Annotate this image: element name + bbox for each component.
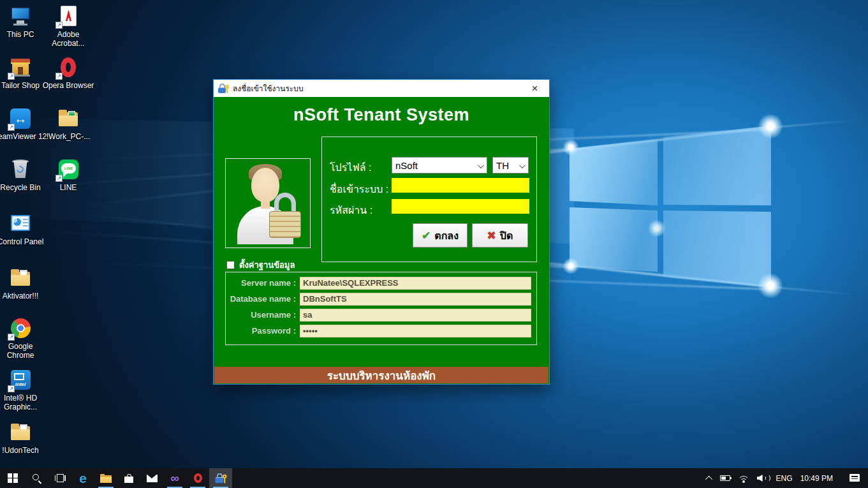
avatar-head <box>251 168 279 202</box>
clock[interactable]: 10:49 PM <box>800 474 833 483</box>
database-name-input[interactable] <box>300 293 531 306</box>
wallpaper-sparkle <box>758 273 783 299</box>
lock-key-icon <box>218 84 229 94</box>
checkmark-icon: ✔ <box>422 229 430 242</box>
search-icon <box>32 473 42 484</box>
desktop-icon-recycle-bin[interactable]: Recycle Bin <box>0 158 47 192</box>
edge-icon: e <box>79 471 87 485</box>
desktop-icon-label: Aktivator!!! <box>0 292 47 300</box>
lock-key-icon <box>215 473 226 484</box>
desktop-icon-intel-hd[interactable]: intel↗ Intel® HD Graphic... <box>0 369 47 411</box>
desktop-icon-control-panel[interactable]: Control Panel <box>0 212 47 246</box>
profile-selected-value: nSoft <box>395 160 418 171</box>
windows-logo <box>570 124 771 291</box>
desktop-icon-line[interactable]: LINE↗ LINE <box>41 158 95 192</box>
speaker-icon[interactable] <box>757 474 769 482</box>
tailor-shop-icon: ↗ <box>8 56 33 79</box>
desktop-icon-work-pc[interactable]: !Work_PC-... <box>41 107 95 141</box>
desktop-icon-tailor-shop[interactable]: ↗ Tailor Shop <box>0 56 47 90</box>
ok-button[interactable]: ✔ ตกลง <box>413 223 467 248</box>
password-label: รหัสผ่าน : <box>330 202 372 218</box>
profile-select[interactable]: nSoft <box>392 157 487 174</box>
wifi-icon[interactable] <box>738 474 749 482</box>
control-panel-icon <box>8 212 33 235</box>
db-password-label: Password : <box>226 326 300 336</box>
desktop-icon-label: Control Panel <box>0 237 47 246</box>
search-button[interactable] <box>26 468 48 488</box>
file-explorer-icon <box>100 474 112 483</box>
battery-icon[interactable] <box>720 475 730 481</box>
server-name-input[interactable] <box>300 277 531 290</box>
intel-hd-icon: intel↗ <box>8 369 33 392</box>
desktop-icon-label: Adobe Acrobat... <box>41 30 95 48</box>
login-name-label: ชื่อเข้าระบบ : <box>330 181 388 197</box>
close-app-button[interactable]: ✖ ปิด <box>472 223 528 248</box>
desktop-icon-teamviewer[interactable]: ↔↗ TeamViewer 12 <box>0 107 47 141</box>
ok-button-label: ตกลง <box>434 228 459 244</box>
desktop-icon-label: Opera Browser <box>41 81 95 90</box>
opera-icon <box>194 473 202 483</box>
taskbar-visual-studio[interactable]: ∞ <box>163 468 186 488</box>
profile-label: โปรไฟล์ : <box>330 159 371 175</box>
language-indicator[interactable]: ENG <box>776 474 793 483</box>
wallpaper-beam <box>771 286 868 296</box>
taskbar-mail[interactable] <box>140 468 163 488</box>
desktop-icon-label: Intel® HD Graphic... <box>0 394 47 411</box>
aktivator-folder-icon <box>8 267 33 290</box>
server-name-label: Server name : <box>226 278 300 288</box>
desktop-icon-google-chrome[interactable]: ↗ Google Chrome <box>0 317 47 360</box>
db-settings-checkbox-row[interactable]: ตั้งค่าฐานข้อมูล <box>226 258 295 272</box>
db-username-input[interactable] <box>300 309 531 322</box>
windows-start-icon <box>8 473 18 484</box>
padlock-shackle <box>274 193 296 213</box>
work-folder-icon <box>55 107 81 130</box>
db-settings-checkbox-label: ตั้งค่าฐานข้อมูล <box>239 258 295 272</box>
taskbar-file-explorer[interactable] <box>94 468 117 488</box>
desktop-icon-this-pc[interactable]: This PC <box>0 5 47 39</box>
dialog-close-button[interactable]: × <box>520 80 549 97</box>
db-settings-groupbox: Server name : Database name : Username :… <box>225 272 537 345</box>
this-pc-icon <box>8 5 33 28</box>
taskbar: e ∞ ENG 10:49 PM <box>0 468 868 488</box>
password-input[interactable] <box>392 199 529 214</box>
desktop-icon-adobe-acrobat[interactable]: ↗ Adobe Acrobat... <box>41 5 95 48</box>
recycle-bin-icon <box>8 158 33 181</box>
wallpaper-sparkle <box>563 258 579 274</box>
close-icon: × <box>532 82 538 95</box>
desktop-icon-udontech[interactable]: !UdonTech <box>0 421 47 455</box>
visual-studio-icon: ∞ <box>170 472 179 484</box>
taskbar-opera[interactable] <box>186 468 209 488</box>
padlock-body <box>269 211 301 238</box>
action-center-icon[interactable] <box>850 473 860 483</box>
taskbar-edge[interactable]: e <box>71 468 94 488</box>
desktop-icon-label: !Work_PC-... <box>41 132 95 141</box>
teamviewer-icon: ↔↗ <box>8 107 33 130</box>
taskbar-nsoft-tenant-active[interactable] <box>209 468 232 488</box>
task-view-button[interactable] <box>48 468 71 488</box>
db-settings-checkbox[interactable] <box>226 261 235 269</box>
taskbar-store[interactable] <box>117 468 140 488</box>
start-button[interactable] <box>0 468 26 488</box>
task-view-icon <box>55 474 66 482</box>
chevron-down-icon <box>478 162 484 168</box>
store-icon <box>124 474 133 483</box>
login-name-input[interactable] <box>392 178 529 193</box>
close-button-label: ปิด <box>500 228 513 244</box>
line-icon: LINE↗ <box>55 158 81 181</box>
desktop-icon-label: Google Chrome <box>0 342 47 360</box>
tray-chevron-up-icon[interactable] <box>705 475 712 482</box>
db-password-input[interactable] <box>300 325 531 337</box>
language-select[interactable]: TH <box>492 157 529 174</box>
desktop-icon-label: !UdonTech <box>0 446 47 455</box>
login-form-groupbox: โปรไฟล์ : nSoft TH ชื่อเข้าระบบ : รหัสผ่… <box>321 137 537 262</box>
x-mark-icon: ✖ <box>487 229 496 242</box>
dialog-titlebar[interactable]: ลงชื่อเข้าใช้งานระบบ <box>214 80 549 97</box>
desktop-icon-label: Recycle Bin <box>0 183 47 192</box>
system-tray: ENG 10:49 PM <box>707 468 868 488</box>
desktop-icon-aktivator[interactable]: Aktivator!!! <box>0 267 47 300</box>
desktop-icon-label: LINE <box>41 183 95 192</box>
udontech-folder-icon <box>8 421 33 444</box>
desktop-icon-opera-browser[interactable]: ↗ Opera Browser <box>41 56 95 90</box>
dialog-title: ลงชื่อเข้าใช้งานระบบ <box>233 82 304 94</box>
db-username-label: Username : <box>226 310 300 320</box>
